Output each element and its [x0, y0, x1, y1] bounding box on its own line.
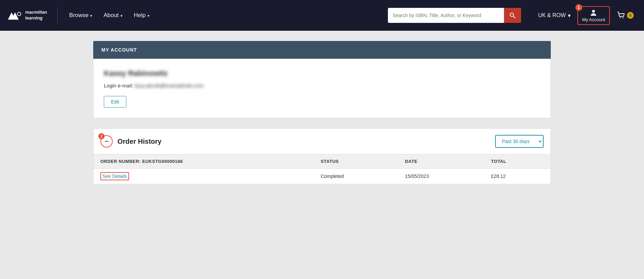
collapse-badge: 2: [98, 133, 104, 139]
svg-line-4: [513, 16, 515, 18]
nav-divider: [57, 7, 58, 24]
region-chevron-icon: ▾: [568, 12, 571, 19]
cart-icon: [617, 11, 626, 20]
cart-button[interactable]: 0: [613, 9, 637, 22]
collapse-button[interactable]: 2 −: [100, 135, 113, 148]
account-email-value: kacy.abcde@examplesite.com: [135, 83, 204, 88]
date-cell: 15/05/2023: [398, 169, 484, 184]
my-account-label: My Account: [582, 17, 605, 22]
account-section-header: MY ACCOUNT: [93, 41, 551, 59]
table-header-row: ORDER NUMBER: EUKSTG00000186 STATUS DATE…: [94, 154, 550, 169]
order-history-title: Order History: [117, 138, 162, 145]
col-order-number: ORDER NUMBER: EUKSTG00000186: [94, 154, 314, 169]
order-number-cell: See Details: [94, 169, 314, 184]
account-info-box: Kasey Rabinowitz Login e-mail: kacy.abcd…: [93, 59, 551, 118]
order-history-header: 2 − Order History Past 30 days Past 6 mo…: [94, 129, 550, 154]
person-icon: [589, 9, 598, 17]
col-total: TOTAL: [484, 154, 550, 169]
nav-links: Browse ▾ About ▾ Help ▾: [65, 9, 388, 22]
main-content: MY ACCOUNT Kasey Rabinowitz Login e-mail…: [86, 41, 558, 184]
nav-about[interactable]: About ▾: [99, 9, 127, 22]
navbar: macmillan learning Browse ▾ About ▾ Help…: [0, 0, 644, 31]
search-input[interactable]: [388, 8, 504, 23]
region-selector[interactable]: UK & ROW ▾: [535, 10, 574, 21]
svg-point-5: [592, 10, 595, 13]
account-name: Kasey Rabinowitz: [104, 69, 540, 78]
table-row: See Details Completed 15/05/2023 £28.12: [94, 169, 550, 184]
cart-badge: 0: [627, 12, 634, 19]
email-label: Login e-mail:: [104, 83, 133, 88]
order-history-section: 2 − Order History Past 30 days Past 6 mo…: [93, 128, 551, 184]
col-date: DATE: [398, 154, 484, 169]
region-label: UK & ROW: [538, 12, 566, 18]
account-email-row: Login e-mail: kacy.abcde@examplesite.com: [104, 83, 540, 88]
order-table: ORDER NUMBER: EUKSTG00000186 STATUS DATE…: [94, 154, 550, 184]
logo[interactable]: macmillan learning: [7, 8, 47, 23]
chevron-down-icon: ▾: [121, 14, 123, 18]
edit-button[interactable]: Edit: [104, 96, 126, 108]
see-details-link[interactable]: See Details: [100, 172, 129, 180]
my-account-badge: 1: [575, 4, 582, 11]
nav-right: UK & ROW ▾ 1 My Account 0: [535, 6, 637, 25]
col-status: STATUS: [314, 154, 398, 169]
date-filter-select[interactable]: Past 30 days Past 6 months Past year All…: [495, 135, 544, 148]
chevron-down-icon: ▾: [148, 14, 150, 18]
status-cell: Completed: [314, 169, 398, 184]
search-container: [388, 8, 521, 23]
minus-icon: −: [104, 138, 109, 145]
svg-point-3: [510, 13, 514, 16]
logo-text: macmillan learning: [25, 10, 47, 21]
svg-point-7: [623, 17, 624, 18]
nav-browse[interactable]: Browse ▾: [65, 9, 97, 22]
svg-point-6: [620, 17, 621, 18]
chevron-down-icon: ▾: [90, 14, 92, 18]
search-button[interactable]: [504, 8, 521, 23]
nav-help[interactable]: Help ▾: [129, 9, 154, 22]
order-history-left: 2 − Order History: [100, 135, 162, 148]
my-account-button[interactable]: 1 My Account: [577, 6, 610, 25]
total-cell: £28.12: [484, 169, 550, 184]
